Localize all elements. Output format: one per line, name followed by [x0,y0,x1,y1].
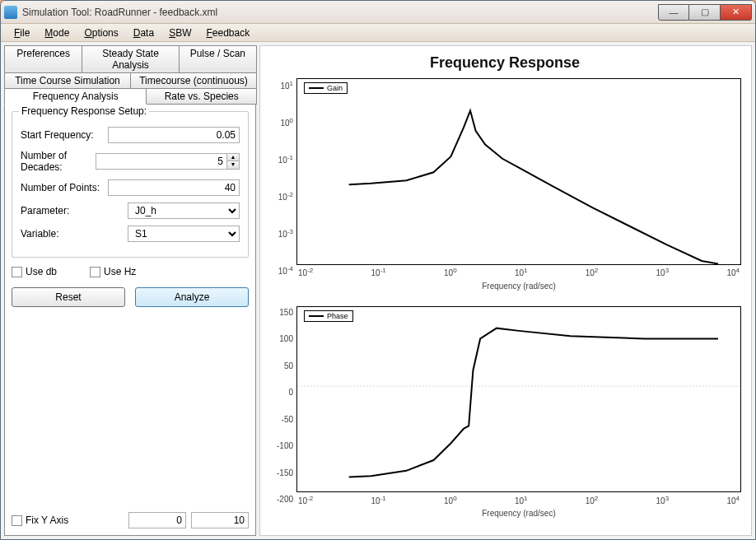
menu-mode[interactable]: Mode [38,26,76,40]
num-decades-spinner[interactable]: ▲▼ [227,153,240,170]
chart-title: Frequency Response [268,54,741,72]
phase-xaxis: 10-210-1100101102103104 [296,495,741,505]
minimize-button[interactable]: — [658,4,689,21]
tab-frequency-analysis[interactable]: Frequency Analysis [4,88,147,105]
num-points-input[interactable] [108,179,240,196]
use-db-label: Use db [26,266,57,277]
tab-preferences[interactable]: Preferences [4,45,82,73]
checkbox-icon [12,515,22,526]
window-title: Simulation Tool: RoadRunner - feedback.x… [22,7,217,18]
tab-pulse-scan[interactable]: Pulse / Scan [179,45,257,73]
num-decades-label: Number of Decades: [21,150,96,173]
tab-strip: Preferences Steady State Analysis Pulse … [4,45,256,104]
tab-rate-vs-species[interactable]: Rate vs. Species [146,88,257,105]
phase-yaxis: 150100500-50-100-150-200 [268,306,296,506]
phase-plot: 150100500-50-100-150-200 Phase 10-210-11… [268,306,741,506]
parameter-select[interactable]: J0_h [128,202,240,219]
gain-plot: 10110010-110-210-310-4 Gain 10-210-11001… [268,78,741,278]
num-decades-input[interactable] [96,153,227,170]
menu-feedback[interactable]: Feedback [199,26,256,40]
menu-options[interactable]: Options [77,26,124,40]
use-hz-checkbox[interactable]: Use Hz [90,266,136,277]
close-button[interactable]: ✕ [721,4,752,21]
variable-label: Variable: [21,228,128,240]
gain-xlabel: Frequency (rad/sec) [296,282,741,291]
app-window: Simulation Tool: RoadRunner - feedback.x… [0,0,756,540]
frequency-analysis-page: Frequency Response Setup: Start Frequenc… [4,104,256,536]
checkbox-icon [12,267,22,277]
checkbox-icon [90,267,100,277]
use-hz-label: Use Hz [104,266,136,277]
freq-setup-group: Frequency Response Setup: Start Frequenc… [12,111,249,258]
reset-button[interactable]: Reset [12,287,125,307]
analyze-button[interactable]: Analyze [135,287,249,307]
parameter-label: Parameter: [21,205,128,216]
menu-data[interactable]: Data [127,26,161,40]
app-icon [4,6,17,19]
tab-time-course[interactable]: Time Course Simulation [4,72,131,89]
fix-y-min-input[interactable] [128,512,186,528]
start-freq-input[interactable] [108,127,240,143]
tab-steady-state[interactable]: Steady State Analysis [82,45,179,73]
menubar: File Mode Options Data SBW Feedback [1,24,755,42]
use-db-checkbox[interactable]: Use db [12,266,57,277]
chart-panel: Frequency Response 10110010-110-210-310-… [259,45,752,536]
tab-timecourse-cont[interactable]: Timecourse (continuous) [130,72,257,89]
start-freq-label: Start Frequency: [21,129,108,141]
maximize-button[interactable]: ▢ [689,4,721,21]
menu-sbw[interactable]: SBW [162,26,198,40]
num-points-label: Number of Points: [21,182,108,193]
variable-select[interactable]: S1 [128,226,240,242]
gain-yaxis: 10110010-110-210-310-4 [268,78,296,278]
left-panel: Preferences Steady State Analysis Pulse … [4,45,256,536]
fix-y-checkbox[interactable]: Fix Y Axis [12,514,68,526]
gain-xaxis: 10-210-1100101102103104 [296,267,741,277]
freq-setup-title: Frequency Response Setup: [19,105,149,117]
phase-xlabel: Frequency (rad/sec) [296,509,741,518]
menu-file[interactable]: File [7,26,36,40]
fix-y-label: Fix Y Axis [26,514,68,526]
titlebar[interactable]: Simulation Tool: RoadRunner - feedback.x… [1,1,755,24]
fix-y-max-input[interactable] [191,512,249,528]
